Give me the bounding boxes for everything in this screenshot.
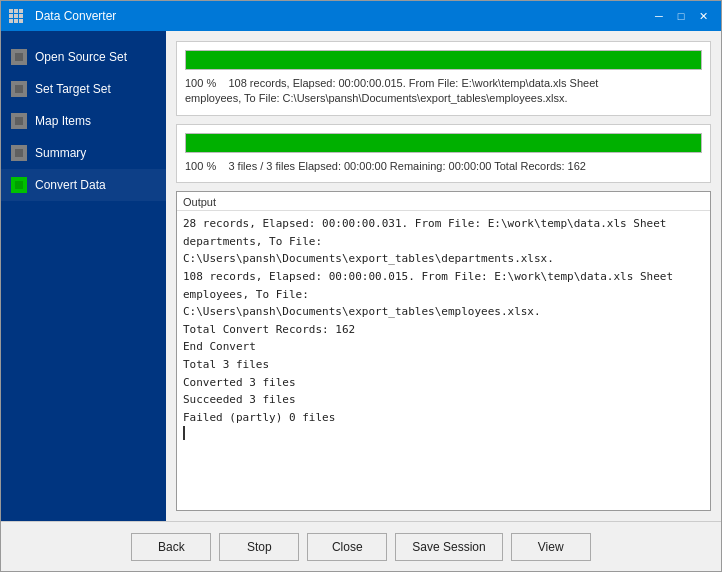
output-line: Converted 3 files — [183, 374, 704, 392]
maximize-button[interactable]: □ — [671, 6, 691, 26]
view-button[interactable]: View — [511, 533, 591, 561]
sidebar-item-open-source-set[interactable]: Open Source Set — [1, 41, 166, 73]
sidebar-item-summary[interactable]: Summary — [1, 137, 166, 169]
output-line: C:\Users\pansh\Documents\export_tables\e… — [183, 303, 704, 321]
progress-info-1: 100 % 108 records, Elapsed: 00:00:00.015… — [185, 76, 702, 107]
progress-section-2: 100 % 3 files / 3 files Elapsed: 00:00:0… — [176, 124, 711, 183]
progress-2-percent: 100 % — [185, 160, 216, 172]
sidebar-item-convert-data[interactable]: Convert Data — [1, 169, 166, 201]
progress-1-info1: 108 records, Elapsed: 00:00:00.015. From… — [228, 77, 598, 89]
progress-2-info: 3 files / 3 files Elapsed: 00:00:00 Rema… — [228, 160, 586, 172]
output-line: 28 records, Elapsed: 00:00:00.031. From … — [183, 215, 704, 250]
sidebar-label-set-target-set: Set Target Set — [35, 82, 111, 96]
progress-bar-1-fill — [186, 51, 701, 69]
output-section: Output 28 records, Elapsed: 00:00:00.031… — [176, 191, 711, 511]
progress-info-2: 100 % 3 files / 3 files Elapsed: 00:00:0… — [185, 159, 702, 174]
minimize-button[interactable]: ─ — [649, 6, 669, 26]
progress-1-info2: employees, To File: C:\Users\pansh\Docum… — [185, 92, 568, 104]
output-line: Total Convert Records: 162 — [183, 321, 704, 339]
stop-button[interactable]: Stop — [219, 533, 299, 561]
progress-1-percent: 100 % — [185, 77, 216, 89]
progress-bar-1-container — [185, 50, 702, 70]
window-controls: ─ □ ✕ — [649, 6, 713, 26]
output-line: Total 3 files — [183, 356, 704, 374]
sidebar-label-summary: Summary — [35, 146, 86, 160]
right-panel: 100 % 108 records, Elapsed: 00:00:00.015… — [166, 31, 721, 521]
step-indicator-4 — [11, 145, 27, 161]
step-indicator-1 — [11, 49, 27, 65]
output-cursor-line — [183, 426, 704, 440]
text-cursor — [183, 426, 185, 440]
sidebar-item-map-items[interactable]: Map Items — [1, 105, 166, 137]
output-content[interactable]: 28 records, Elapsed: 00:00:00.031. From … — [177, 211, 710, 510]
output-line: Failed (partly) 0 files — [183, 409, 704, 427]
progress-bar-2-fill — [186, 134, 701, 152]
close-window-button[interactable]: ✕ — [693, 6, 713, 26]
step-indicator-2 — [11, 81, 27, 97]
progress-section-1: 100 % 108 records, Elapsed: 00:00:00.015… — [176, 41, 711, 116]
sidebar-item-set-target-set[interactable]: Set Target Set — [1, 73, 166, 105]
window-title: Data Converter — [35, 9, 116, 23]
close-button[interactable]: Close — [307, 533, 387, 561]
back-button[interactable]: Back — [131, 533, 211, 561]
output-line: End Convert — [183, 338, 704, 356]
save-session-button[interactable]: Save Session — [395, 533, 502, 561]
output-line: 108 records, Elapsed: 00:00:00.015. From… — [183, 268, 704, 303]
step-indicator-3 — [11, 113, 27, 129]
sidebar-label-map-items: Map Items — [35, 114, 91, 128]
title-bar: Data Converter ─ □ ✕ — [1, 1, 721, 31]
output-line: Succeeded 3 files — [183, 391, 704, 409]
output-line: C:\Users\pansh\Documents\export_tables\d… — [183, 250, 704, 268]
sidebar: Open Source Set Set Target Set Map Items… — [1, 31, 166, 521]
sidebar-label-convert-data: Convert Data — [35, 178, 106, 192]
title-bar-title: Data Converter — [9, 9, 116, 23]
main-content: Open Source Set Set Target Set Map Items… — [1, 31, 721, 521]
progress-bar-2-container — [185, 133, 702, 153]
main-window: Data Converter ─ □ ✕ Open Source Set Set… — [0, 0, 722, 572]
sidebar-label-open-source-set: Open Source Set — [35, 50, 127, 64]
bottom-bar: Back Stop Close Save Session View — [1, 521, 721, 571]
step-indicator-5 — [11, 177, 27, 193]
output-label: Output — [177, 192, 710, 211]
app-icon — [9, 9, 23, 23]
